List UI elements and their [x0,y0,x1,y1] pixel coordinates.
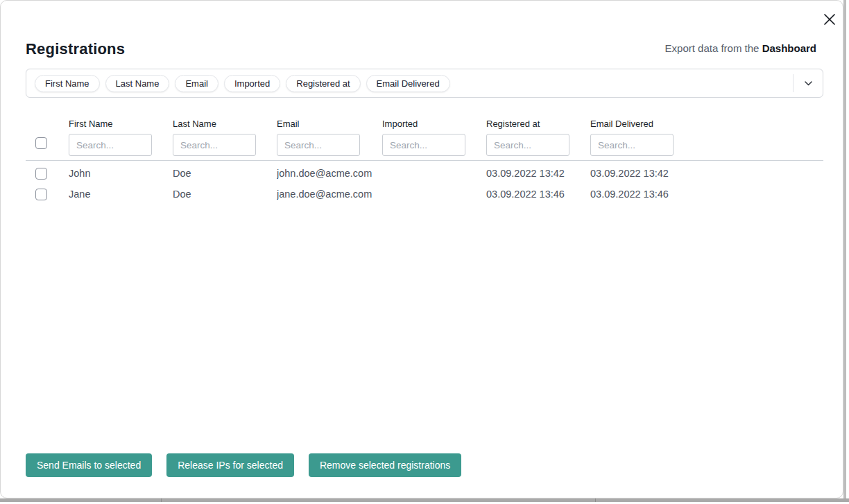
cell-last-name: Doe [173,189,277,200]
registrations-table: First Name Last Name Email Imported Regi… [26,119,823,205]
scrollbar-thumb-edge [161,498,162,502]
table-row: John Doe john.doe@acme.com 03.09.2022 13… [26,163,823,184]
dashboard-link[interactable]: Dashboard [762,42,816,54]
export-note: Export data from the Dashboard [665,42,816,54]
cell-email: john.doe@acme.com [277,168,382,179]
release-ips-button[interactable]: Release IPs for selected [166,453,294,477]
filter-bar-right [793,69,823,97]
column-email-delivered: Email Delivered [590,119,694,156]
column-registered-at: Registered at [486,119,590,156]
close-button[interactable] [821,10,839,28]
filter-pill-imported[interactable]: Imported [224,75,280,92]
close-icon [823,13,836,26]
cell-registered-at: 03.09.2022 13:42 [486,168,590,179]
table-body: John Doe john.doe@acme.com 03.09.2022 13… [26,163,823,205]
column-header-imported: Imported [382,119,486,129]
select-all-cell [26,119,69,149]
column-header-registered-at: Registered at [486,119,590,129]
filter-pill-email-delivered[interactable]: Email Delivered [366,75,450,92]
column-header-first-name: First Name [69,119,173,129]
search-input-first-name[interactable] [69,134,152,156]
cell-registered-at: 03.09.2022 13:46 [486,189,590,200]
search-input-email[interactable] [277,134,360,156]
vertical-scrollbar[interactable] [843,0,846,498]
cell-email: jane.doe@acme.com [277,189,382,200]
search-input-email-delivered[interactable] [590,134,674,156]
chevron-down-icon [805,81,812,86]
table-header-row: First Name Last Name Email Imported Regi… [26,119,823,161]
cell-first-name: John [69,168,173,179]
export-note-text: Export data from the [665,42,762,54]
send-emails-button[interactable]: Send Emails to selected [26,453,152,477]
filter-pill-list: First Name Last Name Email Imported Regi… [26,75,793,92]
column-first-name: First Name [69,119,173,156]
column-header-email-delivered: Email Delivered [590,119,694,129]
column-header-email: Email [277,119,382,129]
column-imported: Imported [382,119,486,156]
cell-last-name: Doe [173,168,277,179]
remove-registrations-button[interactable]: Remove selected registrations [309,453,461,477]
registrations-modal: Registrations Export data from the Dashb… [0,0,843,498]
search-input-imported[interactable] [382,134,465,156]
column-email: Email [277,119,382,156]
filter-pill-last-name[interactable]: Last Name [105,75,170,92]
page-title: Registrations [26,40,125,58]
cell-email-delivered: 03.09.2022 13:46 [590,189,694,200]
select-all-checkbox[interactable] [35,137,47,149]
column-last-name: Last Name [173,119,277,156]
page-background: Registrations Export data from the Dashb… [0,0,849,504]
scrollbar-thumb-edge [595,498,596,502]
filter-pill-first-name[interactable]: First Name [35,75,100,92]
filter-pill-registered-at[interactable]: Registered at [286,75,360,92]
filter-dropdown-button[interactable] [794,69,823,97]
table-row: Jane Doe jane.doe@acme.com 03.09.2022 13… [26,184,823,205]
filter-bar: First Name Last Name Email Imported Regi… [26,69,823,98]
horizontal-scrollbar[interactable] [0,498,849,502]
cell-email-delivered: 03.09.2022 13:42 [590,168,694,179]
column-header-last-name: Last Name [173,119,277,129]
row-checkbox[interactable] [35,168,47,180]
filter-pill-email[interactable]: Email [175,75,218,92]
search-input-registered-at[interactable] [486,134,569,156]
row-checkbox[interactable] [35,189,47,200]
search-input-last-name[interactable] [173,134,256,156]
cell-first-name: Jane [69,189,173,200]
action-button-bar: Send Emails to selected Release IPs for … [26,453,461,477]
